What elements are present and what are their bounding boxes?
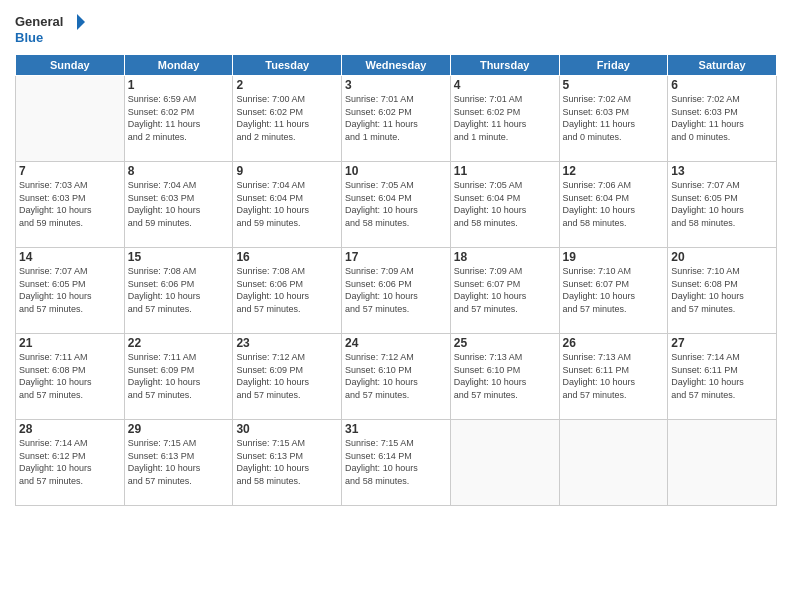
day-number: 11 [454, 164, 556, 178]
day-info: Sunrise: 7:03 AM Sunset: 6:03 PM Dayligh… [19, 179, 121, 229]
week-row-4: 21Sunrise: 7:11 AM Sunset: 6:08 PM Dayli… [16, 334, 777, 420]
weekday-header-monday: Monday [124, 55, 233, 76]
day-info: Sunrise: 7:08 AM Sunset: 6:06 PM Dayligh… [128, 265, 230, 315]
day-number: 26 [563, 336, 665, 350]
day-info: Sunrise: 6:59 AM Sunset: 6:02 PM Dayligh… [128, 93, 230, 143]
calendar-cell: 26Sunrise: 7:13 AM Sunset: 6:11 PM Dayli… [559, 334, 668, 420]
day-number: 28 [19, 422, 121, 436]
day-info: Sunrise: 7:09 AM Sunset: 6:06 PM Dayligh… [345, 265, 447, 315]
day-number: 6 [671, 78, 773, 92]
logo-svg: General Blue [15, 10, 85, 50]
page: General Blue SundayMondayTuesdayWednesda… [0, 0, 792, 612]
day-number: 13 [671, 164, 773, 178]
day-info: Sunrise: 7:13 AM Sunset: 6:10 PM Dayligh… [454, 351, 556, 401]
calendar-cell: 12Sunrise: 7:06 AM Sunset: 6:04 PM Dayli… [559, 162, 668, 248]
day-info: Sunrise: 7:11 AM Sunset: 6:09 PM Dayligh… [128, 351, 230, 401]
day-info: Sunrise: 7:07 AM Sunset: 6:05 PM Dayligh… [19, 265, 121, 315]
calendar-cell: 4Sunrise: 7:01 AM Sunset: 6:02 PM Daylig… [450, 76, 559, 162]
day-number: 12 [563, 164, 665, 178]
calendar-cell: 20Sunrise: 7:10 AM Sunset: 6:08 PM Dayli… [668, 248, 777, 334]
day-number: 14 [19, 250, 121, 264]
weekday-header-wednesday: Wednesday [342, 55, 451, 76]
week-row-5: 28Sunrise: 7:14 AM Sunset: 6:12 PM Dayli… [16, 420, 777, 506]
svg-text:General: General [15, 14, 63, 29]
day-info: Sunrise: 7:08 AM Sunset: 6:06 PM Dayligh… [236, 265, 338, 315]
calendar-cell [16, 76, 125, 162]
day-number: 15 [128, 250, 230, 264]
week-row-2: 7Sunrise: 7:03 AM Sunset: 6:03 PM Daylig… [16, 162, 777, 248]
day-info: Sunrise: 7:15 AM Sunset: 6:13 PM Dayligh… [236, 437, 338, 487]
day-number: 16 [236, 250, 338, 264]
weekday-header-sunday: Sunday [16, 55, 125, 76]
calendar-cell: 17Sunrise: 7:09 AM Sunset: 6:06 PM Dayli… [342, 248, 451, 334]
day-info: Sunrise: 7:06 AM Sunset: 6:04 PM Dayligh… [563, 179, 665, 229]
calendar-cell: 2Sunrise: 7:00 AM Sunset: 6:02 PM Daylig… [233, 76, 342, 162]
day-info: Sunrise: 7:12 AM Sunset: 6:10 PM Dayligh… [345, 351, 447, 401]
day-info: Sunrise: 7:14 AM Sunset: 6:11 PM Dayligh… [671, 351, 773, 401]
day-info: Sunrise: 7:15 AM Sunset: 6:13 PM Dayligh… [128, 437, 230, 487]
calendar-cell: 1Sunrise: 6:59 AM Sunset: 6:02 PM Daylig… [124, 76, 233, 162]
day-info: Sunrise: 7:10 AM Sunset: 6:07 PM Dayligh… [563, 265, 665, 315]
calendar-cell: 8Sunrise: 7:04 AM Sunset: 6:03 PM Daylig… [124, 162, 233, 248]
day-number: 10 [345, 164, 447, 178]
calendar-cell: 23Sunrise: 7:12 AM Sunset: 6:09 PM Dayli… [233, 334, 342, 420]
calendar-cell [668, 420, 777, 506]
day-number: 29 [128, 422, 230, 436]
day-number: 8 [128, 164, 230, 178]
day-number: 25 [454, 336, 556, 350]
day-number: 17 [345, 250, 447, 264]
week-row-3: 14Sunrise: 7:07 AM Sunset: 6:05 PM Dayli… [16, 248, 777, 334]
day-info: Sunrise: 7:10 AM Sunset: 6:08 PM Dayligh… [671, 265, 773, 315]
calendar-cell: 16Sunrise: 7:08 AM Sunset: 6:06 PM Dayli… [233, 248, 342, 334]
calendar-cell: 19Sunrise: 7:10 AM Sunset: 6:07 PM Dayli… [559, 248, 668, 334]
day-info: Sunrise: 7:09 AM Sunset: 6:07 PM Dayligh… [454, 265, 556, 315]
day-number: 18 [454, 250, 556, 264]
calendar-cell: 22Sunrise: 7:11 AM Sunset: 6:09 PM Dayli… [124, 334, 233, 420]
weekday-header-tuesday: Tuesday [233, 55, 342, 76]
day-info: Sunrise: 7:07 AM Sunset: 6:05 PM Dayligh… [671, 179, 773, 229]
day-info: Sunrise: 7:14 AM Sunset: 6:12 PM Dayligh… [19, 437, 121, 487]
calendar-cell: 28Sunrise: 7:14 AM Sunset: 6:12 PM Dayli… [16, 420, 125, 506]
day-number: 5 [563, 78, 665, 92]
day-info: Sunrise: 7:01 AM Sunset: 6:02 PM Dayligh… [345, 93, 447, 143]
calendar-cell: 29Sunrise: 7:15 AM Sunset: 6:13 PM Dayli… [124, 420, 233, 506]
day-number: 2 [236, 78, 338, 92]
calendar-cell: 27Sunrise: 7:14 AM Sunset: 6:11 PM Dayli… [668, 334, 777, 420]
day-info: Sunrise: 7:15 AM Sunset: 6:14 PM Dayligh… [345, 437, 447, 487]
calendar-cell: 11Sunrise: 7:05 AM Sunset: 6:04 PM Dayli… [450, 162, 559, 248]
day-number: 23 [236, 336, 338, 350]
calendar-cell: 30Sunrise: 7:15 AM Sunset: 6:13 PM Dayli… [233, 420, 342, 506]
day-info: Sunrise: 7:00 AM Sunset: 6:02 PM Dayligh… [236, 93, 338, 143]
day-number: 7 [19, 164, 121, 178]
day-info: Sunrise: 7:13 AM Sunset: 6:11 PM Dayligh… [563, 351, 665, 401]
svg-marker-2 [77, 14, 85, 30]
day-number: 21 [19, 336, 121, 350]
day-number: 9 [236, 164, 338, 178]
calendar-cell: 6Sunrise: 7:02 AM Sunset: 6:03 PM Daylig… [668, 76, 777, 162]
day-info: Sunrise: 7:05 AM Sunset: 6:04 PM Dayligh… [345, 179, 447, 229]
day-number: 19 [563, 250, 665, 264]
calendar-cell: 9Sunrise: 7:04 AM Sunset: 6:04 PM Daylig… [233, 162, 342, 248]
day-info: Sunrise: 7:02 AM Sunset: 6:03 PM Dayligh… [671, 93, 773, 143]
calendar-cell: 13Sunrise: 7:07 AM Sunset: 6:05 PM Dayli… [668, 162, 777, 248]
calendar-cell [450, 420, 559, 506]
day-info: Sunrise: 7:04 AM Sunset: 6:03 PM Dayligh… [128, 179, 230, 229]
day-number: 27 [671, 336, 773, 350]
calendar-cell [559, 420, 668, 506]
weekday-header-thursday: Thursday [450, 55, 559, 76]
day-number: 22 [128, 336, 230, 350]
calendar-cell: 5Sunrise: 7:02 AM Sunset: 6:03 PM Daylig… [559, 76, 668, 162]
calendar-cell: 31Sunrise: 7:15 AM Sunset: 6:14 PM Dayli… [342, 420, 451, 506]
day-number: 31 [345, 422, 447, 436]
day-number: 24 [345, 336, 447, 350]
calendar-cell: 15Sunrise: 7:08 AM Sunset: 6:06 PM Dayli… [124, 248, 233, 334]
day-info: Sunrise: 7:04 AM Sunset: 6:04 PM Dayligh… [236, 179, 338, 229]
svg-text:Blue: Blue [15, 30, 43, 45]
day-info: Sunrise: 7:02 AM Sunset: 6:03 PM Dayligh… [563, 93, 665, 143]
calendar-cell: 7Sunrise: 7:03 AM Sunset: 6:03 PM Daylig… [16, 162, 125, 248]
calendar-cell: 24Sunrise: 7:12 AM Sunset: 6:10 PM Dayli… [342, 334, 451, 420]
weekday-header-friday: Friday [559, 55, 668, 76]
day-info: Sunrise: 7:01 AM Sunset: 6:02 PM Dayligh… [454, 93, 556, 143]
calendar-cell: 18Sunrise: 7:09 AM Sunset: 6:07 PM Dayli… [450, 248, 559, 334]
day-info: Sunrise: 7:12 AM Sunset: 6:09 PM Dayligh… [236, 351, 338, 401]
